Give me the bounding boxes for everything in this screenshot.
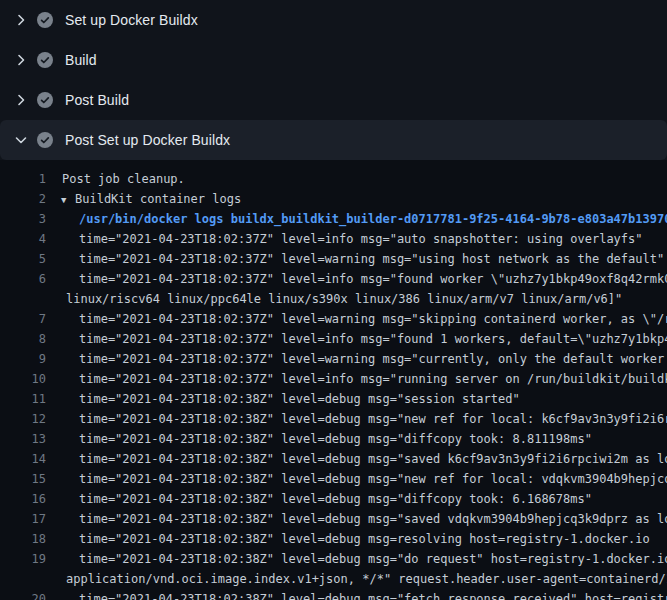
log-line: 12 time="2021-04-23T18:02:38Z" level=deb… xyxy=(0,409,667,429)
log-text: time="2021-04-23T18:02:38Z" level=debug … xyxy=(79,449,667,469)
log-line: 4 time="2021-04-23T18:02:37Z" level=info… xyxy=(0,229,667,249)
line-number[interactable]: 11 xyxy=(0,389,46,409)
step-row-build[interactable]: Build xyxy=(0,40,667,80)
log-group-caret-down-icon[interactable]: ▼ xyxy=(61,190,75,210)
log-area: 1 Post job cleanup. 2 ▼BuildKit containe… xyxy=(0,160,667,600)
log-line: 9 time="2021-04-23T18:02:37Z" level=warn… xyxy=(0,349,667,369)
log-line: 10 time="2021-04-23T18:02:37Z" level=inf… xyxy=(0,369,667,389)
step-label: Post Build xyxy=(65,92,129,108)
log-text: time="2021-04-23T18:02:38Z" level=debug … xyxy=(79,429,592,449)
line-number[interactable]: 14 xyxy=(0,449,46,469)
chevron-down-icon xyxy=(13,132,29,148)
chevron-right-icon xyxy=(13,12,29,28)
log-line: 6 time="2021-04-23T18:02:37Z" level=info… xyxy=(0,269,667,289)
line-number[interactable] xyxy=(0,289,46,309)
line-number[interactable]: 1 xyxy=(0,169,46,189)
log-text: time="2021-04-23T18:02:37Z" level=warnin… xyxy=(79,309,667,329)
log-line: 17 time="2021-04-23T18:02:38Z" level=deb… xyxy=(0,509,667,529)
log-line: 3 /usr/bin/docker logs buildx_buildkit_b… xyxy=(0,209,667,229)
step-row-set-up-docker-buildx[interactable]: Set up Docker Buildx xyxy=(0,0,667,40)
chevron-right-icon xyxy=(13,92,29,108)
line-number[interactable]: 15 xyxy=(0,469,46,489)
log-text: time="2021-04-23T18:02:37Z" level=info m… xyxy=(79,329,667,349)
line-number[interactable]: 13 xyxy=(0,429,46,449)
line-number[interactable]: 2 xyxy=(0,189,46,209)
steps-list: Set up Docker Buildx Build xyxy=(0,0,667,160)
log-line: 15 time="2021-04-23T18:02:38Z" level=deb… xyxy=(0,469,667,489)
log-text: linux/riscv64 linux/ppc64le linux/s390x … xyxy=(66,289,622,309)
log-text: application/vnd.oci.image.index.v1+json,… xyxy=(66,569,667,589)
log-text: time="2021-04-23T18:02:37Z" level=info m… xyxy=(79,229,643,249)
log-group-title: BuildKit container logs xyxy=(75,192,241,206)
log-text: time="2021-04-23T18:02:37Z" level=info m… xyxy=(79,269,667,289)
log-text: time="2021-04-23T18:02:38Z" level=debug … xyxy=(79,409,667,429)
line-number[interactable]: 7 xyxy=(0,309,46,329)
step-row-post-set-up-docker-buildx[interactable]: Post Set up Docker Buildx xyxy=(0,120,667,160)
log-line: 14 time="2021-04-23T18:02:38Z" level=deb… xyxy=(0,449,667,469)
chevron-right-icon xyxy=(13,52,29,68)
log-text: time="2021-04-23T18:02:38Z" level=debug … xyxy=(79,389,520,409)
check-circle-icon xyxy=(37,52,53,68)
log-text: time="2021-04-23T18:02:38Z" level=debug … xyxy=(79,549,667,569)
log-text: ▼BuildKit container logs xyxy=(61,189,241,209)
log-text: /usr/bin/docker logs buildx_buildkit_bui… xyxy=(79,209,667,229)
check-circle-icon xyxy=(37,92,53,108)
log-text: time="2021-04-23T18:02:38Z" level=debug … xyxy=(79,469,667,489)
log-line: 18 time="2021-04-23T18:02:38Z" level=deb… xyxy=(0,529,667,549)
line-number[interactable]: 18 xyxy=(0,529,46,549)
log-text: time="2021-04-23T18:02:37Z" level=info m… xyxy=(79,369,667,389)
log-text: time="2021-04-23T18:02:38Z" level=debug … xyxy=(79,489,592,509)
step-label: Build xyxy=(65,52,97,68)
line-number[interactable]: 17 xyxy=(0,509,46,529)
step-row-post-build[interactable]: Post Build xyxy=(0,80,667,120)
line-number[interactable] xyxy=(0,569,46,589)
line-number[interactable]: 19 xyxy=(0,549,46,569)
line-number[interactable]: 5 xyxy=(0,249,46,269)
log-line: 7 time="2021-04-23T18:02:37Z" level=warn… xyxy=(0,309,667,329)
log-line: 1 Post job cleanup. xyxy=(0,169,667,189)
log-text: time="2021-04-23T18:02:38Z" level=debug … xyxy=(79,509,667,529)
log-line: 13 time="2021-04-23T18:02:38Z" level=deb… xyxy=(0,429,667,449)
line-number[interactable]: 10 xyxy=(0,369,46,389)
log-line: 8 time="2021-04-23T18:02:37Z" level=info… xyxy=(0,329,667,349)
step-label: Set up Docker Buildx xyxy=(65,12,198,28)
step-label: Post Set up Docker Buildx xyxy=(65,132,230,148)
log-line: 20 time="2021-04-23T18:02:38Z" level=deb… xyxy=(0,589,667,600)
line-number[interactable]: 6 xyxy=(0,269,46,289)
log-text: time="2021-04-23T18:02:38Z" level=debug … xyxy=(79,589,667,600)
log-line: linux/riscv64 linux/ppc64le linux/s390x … xyxy=(0,289,667,309)
log-line: 5 time="2021-04-23T18:02:37Z" level=warn… xyxy=(0,249,667,269)
log-line: 11 time="2021-04-23T18:02:38Z" level=deb… xyxy=(0,389,667,409)
check-circle-icon xyxy=(37,132,53,148)
log-line: application/vnd.oci.image.index.v1+json,… xyxy=(0,569,667,589)
log-line: 2 ▼BuildKit container logs xyxy=(0,189,667,209)
log-text: time="2021-04-23T18:02:38Z" level=debug … xyxy=(79,529,650,549)
check-circle-icon xyxy=(37,12,53,28)
line-number[interactable]: 8 xyxy=(0,329,46,349)
line-number[interactable]: 16 xyxy=(0,489,46,509)
log-text: time="2021-04-23T18:02:37Z" level=warnin… xyxy=(79,349,667,369)
line-number[interactable]: 9 xyxy=(0,349,46,369)
log-line: 16 time="2021-04-23T18:02:38Z" level=deb… xyxy=(0,489,667,509)
line-number[interactable]: 3 xyxy=(0,209,46,229)
log-line: 19 time="2021-04-23T18:02:38Z" level=deb… xyxy=(0,549,667,569)
line-number[interactable]: 4 xyxy=(0,229,46,249)
line-number[interactable]: 12 xyxy=(0,409,46,429)
line-number[interactable]: 20 xyxy=(0,589,46,600)
log-text: time="2021-04-23T18:02:37Z" level=warnin… xyxy=(79,249,664,269)
log-text: Post job cleanup. xyxy=(62,169,185,189)
